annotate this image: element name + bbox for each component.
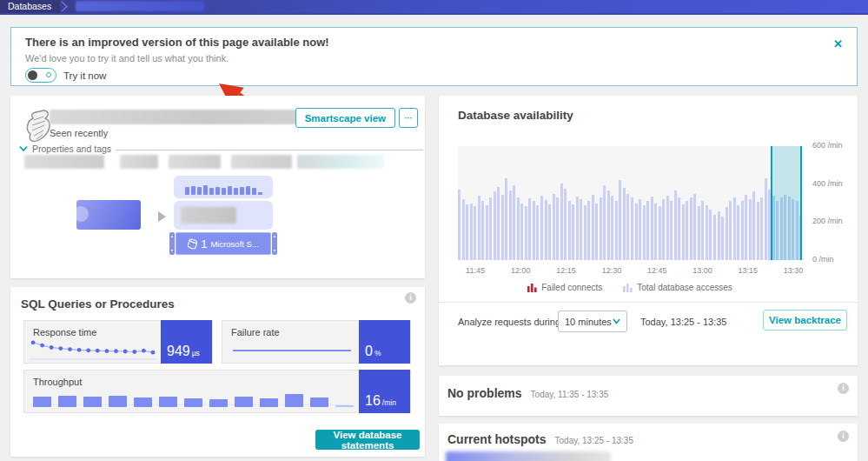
time-selection-overlay[interactable] xyxy=(771,146,802,260)
improved-version-banner: There is an improved version of this pag… xyxy=(10,27,858,86)
bar-chart-icon xyxy=(527,283,537,292)
close-icon[interactable]: ✕ xyxy=(833,37,843,50)
try-it-now-toggle[interactable] xyxy=(25,68,56,83)
chip-label: Microsoft S... xyxy=(210,239,258,249)
banner-title: There is an improved version of this pag… xyxy=(25,36,329,49)
response-time-tile: Response time 949µs xyxy=(23,320,213,364)
redacted-process-card xyxy=(174,201,273,230)
chevron-down-icon xyxy=(19,145,28,152)
redacted-tag xyxy=(120,155,158,169)
chip-left-handle xyxy=(169,232,175,255)
no-problems-card: No problemsToday, 11:35 - 13:35 i xyxy=(439,376,858,416)
no-problems-title: No problemsToday, 11:35 - 13:35 xyxy=(447,386,608,400)
breadcrumb-separator-icon xyxy=(60,0,72,13)
database-availability-card: Database availability 600 /min400 /min20… xyxy=(439,96,858,365)
process-activity-chart xyxy=(174,176,273,198)
hotspots-title: Current hotspotsToday, 13:25 - 13:35 xyxy=(447,432,633,446)
try-it-now-label[interactable]: Try it now xyxy=(63,70,106,81)
throughput-value: 16/min xyxy=(359,370,410,413)
chart-legend: Failed connects Total database accesses xyxy=(439,283,821,292)
view-database-statements-button[interactable]: View database statements xyxy=(315,430,420,450)
availability-title: Database availability xyxy=(458,109,573,122)
failure-rate-label: Failure rate xyxy=(231,327,280,337)
hotspots-range: Today, 13:25 - 13:35 xyxy=(555,436,633,445)
breadcrumb-databases[interactable]: Databases xyxy=(0,0,60,13)
redacted-caller-block xyxy=(76,200,141,230)
divider-line xyxy=(439,302,858,303)
legend-label: Total database accesses xyxy=(637,283,732,292)
throughput-bars xyxy=(33,384,354,407)
legend-label: Failed connects xyxy=(541,283,602,292)
response-time-sparkline xyxy=(28,337,160,363)
database-instance-chip[interactable]: 1 Microsoft S... xyxy=(176,232,271,255)
chevron-down-icon xyxy=(613,318,620,324)
view-backtrace-button[interactable]: View backtrace xyxy=(763,310,847,331)
selected-time-range: Today, 13:25 - 13:35 xyxy=(640,317,726,327)
info-icon[interactable]: i xyxy=(838,431,849,442)
info-icon[interactable]: i xyxy=(405,292,416,304)
bar-chart-icon xyxy=(623,283,633,292)
legend-failed-connects[interactable]: Failed connects xyxy=(527,283,602,292)
failure-rate-sparkline xyxy=(231,347,353,354)
divider-line xyxy=(116,150,423,150)
duration-value: 10 minutes xyxy=(565,317,612,327)
banner-subtitle: We'd love you to try it and tell us what… xyxy=(25,53,229,63)
info-icon[interactable]: i xyxy=(838,383,849,394)
redacted-entity-name xyxy=(50,110,315,124)
redacted-tag xyxy=(231,155,292,169)
chip-count: 1 xyxy=(201,237,207,251)
sql-queries-card: SQL Queries or Procedures i Response tim… xyxy=(10,287,425,457)
availability-chart[interactable] xyxy=(458,146,804,260)
flow-arrow-icon xyxy=(158,211,166,222)
redacted-hotspot-entry xyxy=(446,451,611,461)
current-hotspots-card: Current hotspotsToday, 13:25 - 13:35 i xyxy=(439,424,858,461)
entity-status: Seen recently xyxy=(50,128,108,138)
legend-total-accesses[interactable]: Total database accesses xyxy=(623,283,732,292)
redacted-tag xyxy=(297,155,384,169)
databases-page: Databases There is an improved version o… xyxy=(0,0,868,461)
sql-card-title: SQL Queries or Procedures xyxy=(21,297,175,311)
redacted-breadcrumb xyxy=(76,1,204,11)
properties-and-tags-toggle[interactable]: Properties and tags xyxy=(19,144,423,154)
database-entity-card: . Seen recently Smartscape view ··· Prop… xyxy=(10,96,425,278)
toggle-dot xyxy=(46,72,51,77)
redacted-process-name xyxy=(181,207,236,224)
redacted-tag xyxy=(24,155,104,169)
more-options-button[interactable]: ··· xyxy=(399,108,418,128)
redacted-tag xyxy=(169,155,221,169)
throughput-tile: Throughput 16/min xyxy=(23,370,411,413)
database-icon xyxy=(188,238,197,250)
properties-label: Properties and tags xyxy=(32,144,111,154)
response-time-value: 949µs xyxy=(161,320,212,364)
failure-rate-tile: Failure rate 0% xyxy=(222,320,411,364)
toggle-knob xyxy=(28,70,37,80)
analyze-requests-label: Analyze requests during xyxy=(458,317,560,327)
failure-rate-value: 0% xyxy=(359,320,410,364)
duration-select[interactable]: 10 minutes xyxy=(558,311,627,332)
no-problems-range: Today, 11:35 - 13:35 xyxy=(531,390,609,399)
top-navigation-bar: Databases xyxy=(0,0,868,15)
chip-right-handle xyxy=(272,232,277,255)
smartscape-view-button[interactable]: Smartscape view xyxy=(295,108,395,128)
